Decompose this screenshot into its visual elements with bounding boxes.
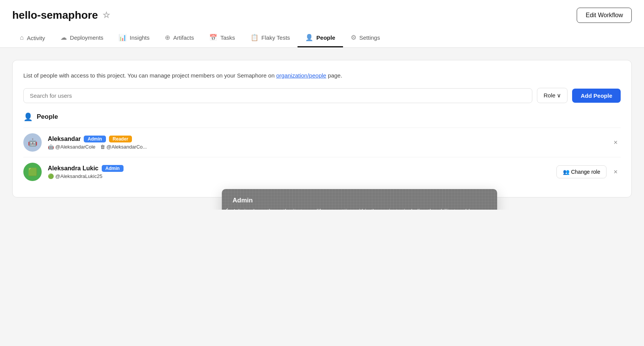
check-mark-admin: ✓ xyxy=(223,206,229,210)
deployments-nav-icon: ☁ xyxy=(60,34,67,42)
flaky-tests-nav-label: Flaky Tests xyxy=(262,34,290,41)
dropdown-title-admin: Admin xyxy=(233,197,486,204)
org-people-link[interactable]: organization/people xyxy=(276,72,326,79)
artifacts-nav-label: Artifacts xyxy=(173,34,194,41)
avatar-aleksandra: 🟩 xyxy=(23,163,42,181)
tab-insights[interactable]: 📊Insights xyxy=(111,29,157,47)
badge-reader-aleksandar: Reader xyxy=(109,136,132,142)
person-links-aleksandar: 🤖 @AleksandarCole🗑 @AleksandarCo... xyxy=(48,144,604,150)
person-name-aleksandra: Aleksandra Lukic Admin xyxy=(48,165,550,172)
people-card: List of people with access to this proje… xyxy=(12,60,632,197)
people-section-icon: 👤 xyxy=(23,112,33,121)
settings-nav-icon: ⚙ xyxy=(351,34,356,42)
people-nav-label: People xyxy=(316,34,335,41)
person-row-aleksandar: 🤖 Aleksandar AdminReader 🤖 @AleksandarCo… xyxy=(23,128,621,157)
remove-button-aleksandar[interactable]: × xyxy=(610,137,621,148)
tab-activity[interactable]: ⌂Activity xyxy=(12,29,53,47)
people-nav-icon: 👤 xyxy=(305,34,313,42)
settings-nav-label: Settings xyxy=(359,34,380,41)
person-info-aleksandar: Aleksandar AdminReader 🤖 @AleksandarCole… xyxy=(48,136,604,150)
insights-nav-label: Insights xyxy=(130,34,150,41)
header: hello-semaphore ☆ Edit Workflow ⌂Activit… xyxy=(0,0,644,48)
person-actions-aleksandra: 👥 Change role × xyxy=(556,165,621,178)
header-top: hello-semaphore ☆ Edit Workflow xyxy=(12,8,632,23)
deployments-nav-label: Deployments xyxy=(70,34,104,41)
nav-tabs: ⌂Activity☁Deployments📊Insights⊕Artifacts… xyxy=(12,29,632,47)
person-info-aleksandra: Aleksandra Lukic Admin 🟢 @AleksandraLuki… xyxy=(48,165,550,179)
add-people-button[interactable]: Add People xyxy=(572,89,621,103)
tasks-nav-icon: 📅 xyxy=(209,34,217,42)
project-title: hello-semaphore xyxy=(12,9,98,21)
badge-admin-aleksandar: Admin xyxy=(84,136,106,142)
flaky-tests-nav-icon: 📋 xyxy=(250,34,259,42)
tab-settings[interactable]: ⚙Settings xyxy=(343,29,388,47)
tab-artifacts[interactable]: ⊕Artifacts xyxy=(157,29,202,47)
change-role-button-aleksandra[interactable]: 👥 Change role xyxy=(556,165,607,178)
tasks-nav-label: Tasks xyxy=(220,34,235,41)
edit-workflow-button[interactable]: Edit Workflow xyxy=(577,8,632,23)
tab-tasks[interactable]: 📅Tasks xyxy=(202,29,242,47)
role-filter-dropdown[interactable]: Role ∨ xyxy=(537,88,568,103)
project-title-group: hello-semaphore ☆ xyxy=(12,9,110,21)
activity-nav-label: Activity xyxy=(27,35,45,41)
artifacts-nav-icon: ⊕ xyxy=(165,34,170,42)
search-row: Role ∨ Add People xyxy=(23,88,621,103)
tab-flaky-tests[interactable]: 📋Flaky Tests xyxy=(243,29,298,47)
badge-admin-aleksandra: Admin xyxy=(102,165,124,172)
people-section-header: 👤 People xyxy=(23,112,621,121)
person-actions-aleksandar: × xyxy=(610,137,621,148)
role-filter-label: Role ∨ xyxy=(543,92,561,99)
person-row-aleksandra: 🟩 Aleksandra Lukic Admin 🟢 @AleksandraLu… xyxy=(23,157,621,186)
description-end: page. xyxy=(326,72,342,79)
avatar-aleksandar: 🤖 xyxy=(23,133,42,152)
remove-button-aleksandra[interactable]: × xyxy=(610,167,621,178)
dropdown-desc-admin: Admins have the authority to modify any … xyxy=(233,207,486,210)
person-links-aleksandra: 🟢 @AleksandraLukic25 xyxy=(48,173,550,179)
person-link-aleksandar: 🤖 @AleksandarCole xyxy=(48,144,96,150)
people-list: 🤖 Aleksandar AdminReader 🤖 @AleksandarCo… xyxy=(23,128,621,186)
tab-deployments[interactable]: ☁Deployments xyxy=(53,29,111,47)
tab-people[interactable]: 👤People xyxy=(298,29,343,47)
main-content: List of people with access to this proje… xyxy=(0,48,644,210)
role-dropdown-overlay[interactable]: ✓ Admin Admins have the authority to mod… xyxy=(222,189,497,210)
insights-nav-icon: 📊 xyxy=(119,34,127,42)
search-input[interactable] xyxy=(23,88,532,103)
dropdown-item-admin[interactable]: ✓ Admin Admins have the authority to mod… xyxy=(222,189,497,210)
description: List of people with access to this proje… xyxy=(23,71,621,80)
star-icon[interactable]: ☆ xyxy=(102,10,110,20)
activity-nav-icon: ⌂ xyxy=(20,34,24,42)
person-link-aleksandar: 🗑 @AleksandarCo... xyxy=(100,144,147,150)
person-name-aleksandar: Aleksandar AdminReader xyxy=(48,136,604,142)
people-section-label: People xyxy=(37,113,58,121)
person-link-aleksandra: 🟢 @AleksandraLukic25 xyxy=(48,173,102,179)
description-start: List of people with access to this proje… xyxy=(23,72,276,79)
